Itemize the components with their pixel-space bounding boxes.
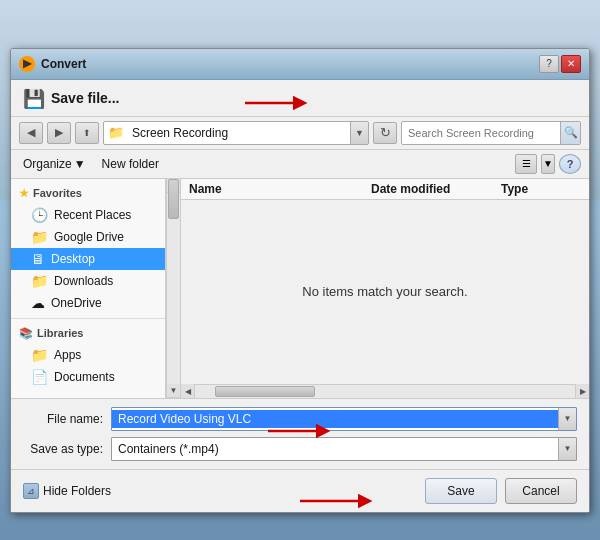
path-dropdown[interactable]: ▼ [350, 122, 368, 144]
onedrive-icon: ☁ [31, 295, 45, 311]
scrollbar-thumb[interactable] [168, 179, 179, 219]
favorites-header[interactable]: ★ Favorites [11, 183, 165, 204]
file-list-header: Name Date modified Type [181, 179, 589, 200]
nav-item-recent-places[interactable]: 🕒 Recent Places [11, 204, 165, 226]
savetype-dropdown[interactable]: ▼ [558, 438, 576, 460]
favorites-section: ★ Favorites 🕒 Recent Places 📁 Google Dri… [11, 183, 165, 314]
filename-value[interactable]: Record Video Using VLC [112, 410, 558, 428]
favorites-star-icon: ★ [19, 187, 29, 200]
search-box: 🔍 [401, 121, 581, 145]
refresh-button[interactable]: ↻ [373, 122, 397, 144]
form-area: File name: Record Video Using VLC ▼ Save… [11, 399, 589, 469]
libraries-section: 📚 Libraries 📁 Apps 📄 Documents [11, 323, 165, 388]
col-name-header[interactable]: Name [189, 182, 371, 196]
nav-item-desktop[interactable]: 🖥 Desktop [11, 248, 165, 270]
organize-label: Organize [23, 157, 72, 171]
help-button[interactable]: ? [539, 55, 559, 73]
current-path: Screen Recording [128, 124, 350, 142]
downloads-icon: 📁 [31, 273, 48, 289]
save-title: Save file... [51, 90, 119, 106]
filename-row: File name: Record Video Using VLC ▼ [23, 407, 577, 431]
h-scroll-right-button[interactable]: ▶ [575, 384, 589, 398]
new-folder-button[interactable]: New folder [98, 155, 163, 173]
desktop-icon: 🖥 [31, 251, 45, 267]
path-container: 📁 Screen Recording ▼ [103, 121, 369, 145]
toolbar-help-button[interactable]: ? [559, 154, 581, 174]
savetype-select-container: Containers (*.mp4) ▼ [111, 437, 577, 461]
file-list-area: No items match your search. [181, 200, 589, 384]
title-bar: ▶ Convert ? ✕ [11, 49, 589, 80]
nav-scrollbar[interactable]: ▲ ▼ [166, 179, 180, 398]
file-panel: Name Date modified Type No items match y… [181, 179, 589, 398]
h-scroll-track[interactable] [195, 385, 575, 398]
path-folder-icon: 📁 [104, 125, 128, 140]
view-button[interactable]: ☰ [515, 154, 537, 174]
up-button[interactable]: ⬆ [75, 122, 99, 144]
libraries-icon: 📚 [19, 327, 33, 340]
recent-places-icon: 🕒 [31, 207, 48, 223]
hide-folders-label: Hide Folders [43, 484, 111, 498]
savetype-value: Containers (*.mp4) [112, 440, 558, 458]
back-button[interactable]: ◀ [19, 122, 43, 144]
save-icon: 💾 [23, 88, 43, 108]
app-icon: ▶ [19, 56, 35, 72]
h-scroll-thumb[interactable] [215, 386, 315, 397]
save-button[interactable]: Save [425, 478, 497, 504]
nav-panel: ★ Favorites 🕒 Recent Places 📁 Google Dri… [11, 179, 166, 398]
navigation-bar: ◀ ▶ ⬆ 📁 Screen Recording ▼ ↻ 🔍 [11, 117, 589, 150]
nav-item-apps[interactable]: 📁 Apps [11, 344, 165, 366]
forward-button[interactable]: ▶ [47, 122, 71, 144]
save-header: 💾 Save file... [11, 80, 589, 117]
toolbar: Organize ▼ New folder ☰ ▼ ? [11, 150, 589, 179]
filename-input-container: Record Video Using VLC ▼ [111, 407, 577, 431]
main-content: ★ Favorites 🕒 Recent Places 📁 Google Dri… [11, 179, 589, 399]
search-input[interactable] [402, 125, 560, 141]
hide-folders-button[interactable]: ⊿ Hide Folders [23, 483, 111, 499]
view-dropdown-button[interactable]: ▼ [541, 154, 555, 174]
savetype-label: Save as type: [23, 442, 103, 456]
actions-area: ⊿ Hide Folders Save Cancel [11, 469, 589, 512]
search-button[interactable]: 🔍 [560, 122, 580, 144]
scrollbar-down-button[interactable]: ▼ [167, 384, 180, 398]
filename-label: File name: [23, 412, 103, 426]
col-date-header[interactable]: Date modified [371, 182, 501, 196]
documents-icon: 📄 [31, 369, 48, 385]
nav-item-google-drive[interactable]: 📁 Google Drive [11, 226, 165, 248]
col-type-header[interactable]: Type [501, 182, 581, 196]
action-buttons: Save Cancel [425, 478, 577, 504]
close-button[interactable]: ✕ [561, 55, 581, 73]
h-scrollbar[interactable]: ◀ ▶ [181, 384, 589, 398]
save-dialog: ▶ Convert ? ✕ 💾 Save file... ◀ ▶ ⬆ 📁 Scr… [10, 48, 590, 513]
apps-icon: 📁 [31, 347, 48, 363]
dialog-title: Convert [41, 57, 86, 71]
organize-button[interactable]: Organize ▼ [19, 155, 90, 173]
organize-arrow: ▼ [74, 157, 86, 171]
google-drive-icon: 📁 [31, 229, 48, 245]
cancel-button[interactable]: Cancel [505, 478, 577, 504]
window-controls: ? ✕ [539, 55, 581, 73]
libraries-header[interactable]: 📚 Libraries [11, 323, 165, 344]
empty-message: No items match your search. [302, 284, 467, 299]
savetype-row: Save as type: Containers (*.mp4) ▼ [23, 437, 577, 461]
nav-item-downloads[interactable]: 📁 Downloads [11, 270, 165, 292]
nav-item-documents[interactable]: 📄 Documents [11, 366, 165, 388]
filename-dropdown[interactable]: ▼ [558, 408, 576, 430]
h-scroll-left-button[interactable]: ◀ [181, 384, 195, 398]
nav-item-onedrive[interactable]: ☁ OneDrive [11, 292, 165, 314]
collapse-icon: ⊿ [23, 483, 39, 499]
